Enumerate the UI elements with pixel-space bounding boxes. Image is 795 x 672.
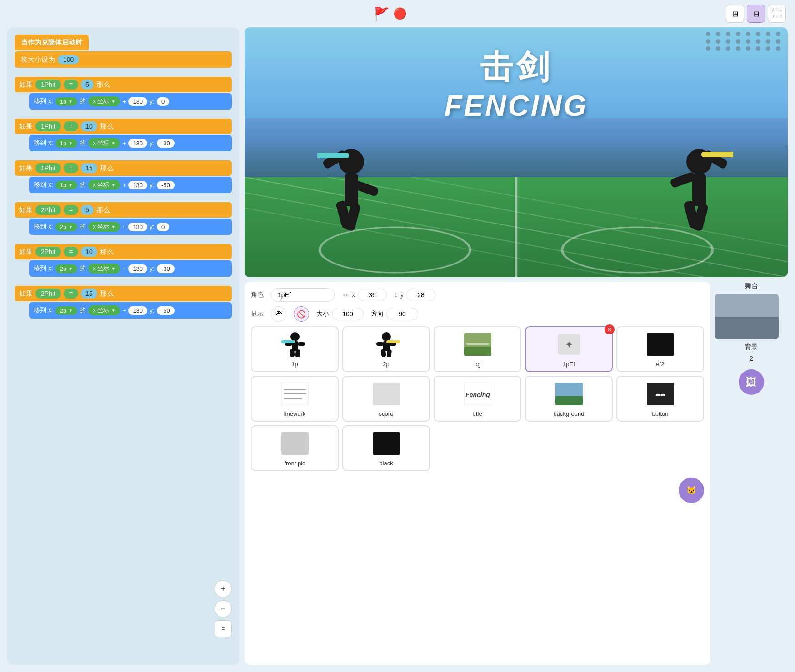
reset-zoom-btn[interactable]: = xyxy=(215,620,232,637)
move-block-3[interactable]: 移到 x: 2p ▼ 的 x 坐标 ▼ − 130 y: 0 xyxy=(29,219,232,235)
if-val-5[interactable]: 15 xyxy=(81,289,97,299)
move-block-5[interactable]: 移到 x: 2p ▼ 的 x 坐标 ▼ − 130 y: -50 xyxy=(29,302,232,319)
if-block-3[interactable]: 如果 2Phit = 5 那么 xyxy=(15,202,232,218)
y-val-4[interactable]: -30 xyxy=(157,264,175,273)
if-val-4[interactable]: 10 xyxy=(81,247,97,257)
if-var-1[interactable]: 1Phit xyxy=(35,121,61,131)
coord-label-0[interactable]: x 坐标 ▼ xyxy=(88,96,120,106)
direction-input[interactable] xyxy=(386,308,418,320)
sprite-item-ef2[interactable]: ef2 xyxy=(616,326,704,372)
green-flag-icon[interactable]: 🚩 xyxy=(374,6,390,21)
set-size-value[interactable]: 100 xyxy=(58,55,79,64)
if-inner-2: 移到 x: 1p ▼ 的 x 坐标 ▼ + 130 y: -50 xyxy=(20,177,232,193)
sprite-item-background[interactable]: background xyxy=(525,376,613,422)
coord-label-2[interactable]: x 坐标 ▼ xyxy=(88,180,120,190)
if-val-3[interactable]: 5 xyxy=(81,205,94,215)
if-block-2[interactable]: 如果 1Phit = 15 那么 xyxy=(15,160,232,176)
coord-label-5[interactable]: x 坐标 ▼ xyxy=(88,305,120,315)
move-label-0: 移到 x: xyxy=(34,97,53,105)
layout-btn-1[interactable]: ⊞ xyxy=(726,5,744,23)
if-val-2[interactable]: 15 xyxy=(81,163,97,173)
if-val-1[interactable]: 10 xyxy=(81,121,97,131)
sprite-item-title[interactable]: Fencing title xyxy=(434,376,521,422)
dot-pattern-right xyxy=(706,32,783,51)
y-val-3[interactable]: 0 xyxy=(157,223,169,231)
if-block-5[interactable]: 如果 2Phit = 15 那么 xyxy=(15,286,232,301)
if-var-3[interactable]: 2Phit xyxy=(35,205,61,215)
if-var-5[interactable]: 2Phit xyxy=(35,289,61,299)
coord-label-1[interactable]: x 坐标 ▼ xyxy=(88,138,120,148)
y-val-2[interactable]: -50 xyxy=(157,181,175,189)
of-label-5: 的 xyxy=(80,306,86,314)
sprite-item-bg[interactable]: bg xyxy=(434,326,521,372)
stage-thumbnail[interactable] xyxy=(715,294,779,339)
coord-label-3[interactable]: x 坐标 ▼ xyxy=(88,222,120,232)
y-val-0[interactable]: 0 xyxy=(157,97,169,106)
hat-block[interactable]: 当作为克隆体启动时 xyxy=(15,35,89,50)
add-backdrop-btn[interactable]: 🖼 xyxy=(739,369,764,395)
move-var-2[interactable]: 1p ▼ xyxy=(55,181,77,189)
then-label-5: 那么 xyxy=(100,289,114,298)
sprite-delete-btn-1pEf[interactable]: ✕ xyxy=(605,324,615,334)
header-view-controls: ⊞ ⊟ ⛶ xyxy=(726,5,786,23)
if-var-2[interactable]: 1Phit xyxy=(35,163,61,173)
if-block-1[interactable]: 如果 1Phit = 10 那么 xyxy=(15,119,232,134)
sprite-item-black[interactable]: black xyxy=(342,425,430,471)
offset-val-4[interactable]: 130 xyxy=(128,264,147,273)
if-var-4[interactable]: 2Phit xyxy=(35,247,61,257)
move-var-3[interactable]: 2p ▼ xyxy=(55,223,77,231)
move-block-1[interactable]: 移到 x: 1p ▼ 的 x 坐标 ▼ + 130 y: -30 xyxy=(29,135,232,151)
role-label: 角色 xyxy=(251,291,264,299)
y-coord-input[interactable] xyxy=(406,289,435,301)
sprite-item-front_pic[interactable]: front pic xyxy=(251,425,339,471)
if-var-0[interactable]: 1Phit xyxy=(35,80,61,90)
move-var-0[interactable]: 1p ▼ xyxy=(55,97,77,106)
if-label-4: 如果 xyxy=(19,248,33,256)
zoom-in-btn[interactable]: + xyxy=(215,580,232,597)
offset-val-3[interactable]: 130 xyxy=(128,223,147,231)
sprite-item-score[interactable]: score xyxy=(342,376,430,422)
if-block-0[interactable]: 如果 1Phit = 5 那么 xyxy=(15,77,232,92)
sprite-name-input[interactable] xyxy=(271,288,335,302)
move-block-0[interactable]: 移到 x: 1p ▼ 的 x 坐标 ▼ + 130 y: 0 xyxy=(29,93,232,110)
x-coord-input[interactable] xyxy=(358,289,387,301)
if-block-group-5: 如果 2Phit = 15 那么 移到 x: 2p ▼ 的 x 坐标 ▼ − 1… xyxy=(15,286,232,319)
stickman-left xyxy=(317,148,385,241)
sprite-item-linework[interactable]: linework xyxy=(251,376,339,422)
show-eye-btn[interactable]: 👁 xyxy=(271,306,286,322)
offset-val-1[interactable]: 130 xyxy=(128,139,147,148)
stop-icon[interactable]: 🔴 xyxy=(393,7,407,20)
sprite-item-button[interactable]: ■■■■ button xyxy=(616,376,704,422)
offset-val-2[interactable]: 130 xyxy=(128,181,147,189)
move-block-2[interactable]: 移到 x: 1p ▼ 的 x 坐标 ▼ + 130 y: -50 xyxy=(29,177,232,193)
move-var-1[interactable]: 1p ▼ xyxy=(55,139,77,148)
sprite-name-label-button: button xyxy=(652,410,668,417)
if-block-4[interactable]: 如果 2Phit = 10 那么 xyxy=(15,244,232,259)
layout-btn-2[interactable]: ⊟ xyxy=(747,5,765,23)
show-hidden-btn[interactable]: 🚫 xyxy=(294,306,309,322)
sprite-item-1p[interactable]: 1p xyxy=(251,326,339,372)
move-block-4[interactable]: 移到 x: 2p ▼ 的 x 坐标 ▼ − 130 y: -30 xyxy=(29,260,232,277)
sprite-item-2p[interactable]: 2p xyxy=(342,326,430,372)
fullscreen-btn[interactable]: ⛶ xyxy=(768,5,786,23)
then-label-4: 那么 xyxy=(100,248,114,256)
coord-label-4[interactable]: x 坐标 ▼ xyxy=(88,264,120,274)
offset-val-5[interactable]: 130 xyxy=(128,306,147,315)
move-var-5[interactable]: 2p ▼ xyxy=(55,306,77,315)
set-size-block[interactable]: 将大小设为 100 xyxy=(15,51,232,68)
if-val-0[interactable]: 5 xyxy=(81,80,94,90)
add-sprite-btn[interactable]: 🐱 xyxy=(679,478,704,503)
svg-rect-18 xyxy=(670,171,696,189)
zoom-out-btn[interactable]: − xyxy=(215,600,232,617)
svg-rect-34 xyxy=(386,349,391,357)
if-eq-4: = xyxy=(64,247,78,257)
size-input[interactable] xyxy=(332,308,364,320)
move-var-4[interactable]: 2p ▼ xyxy=(55,264,77,273)
offset-val-0[interactable]: 130 xyxy=(128,97,147,106)
y-val-5[interactable]: -50 xyxy=(157,306,175,315)
y-val-1[interactable]: -30 xyxy=(157,139,175,148)
sprite-item-1pEf[interactable]: ✕ ✦ 1pEf xyxy=(525,326,613,372)
sprite-name-label-1pEf: 1pEf xyxy=(563,361,575,368)
stage-canvas: 击剑 FENCING xyxy=(245,27,788,277)
sprite-info-row2: 显示 👁 🚫 大小 方向 xyxy=(251,306,704,322)
